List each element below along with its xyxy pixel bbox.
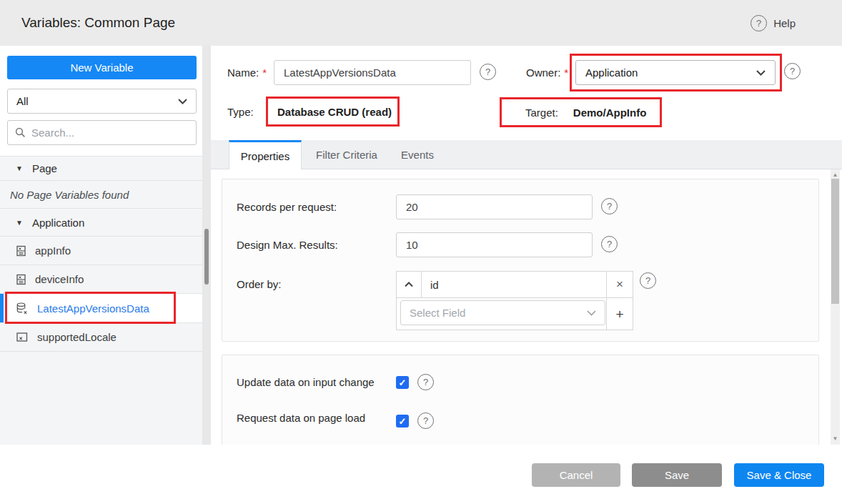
properties-panel: Records per request: ? Design Max. Resul…: [211, 169, 826, 445]
save-button[interactable]: Save: [632, 463, 722, 487]
save-and-close-button[interactable]: Save & Close: [734, 463, 824, 487]
search-icon: [15, 127, 26, 138]
request-data-label: Request data on page load: [237, 405, 365, 430]
sidebar-item-label: LatestAppVersionsData: [37, 302, 149, 315]
database-variable-icon: [16, 302, 28, 315]
order-by-help-icon[interactable]: ?: [640, 272, 656, 289]
design-max-results-input[interactable]: [396, 232, 593, 257]
type-label: Type:: [227, 97, 254, 127]
annotation-type: Database CRUD (read): [266, 97, 400, 127]
target-label: Target:: [525, 107, 558, 119]
select-field-placeholder: Select Field: [410, 307, 465, 319]
owner-help-icon[interactable]: ?: [784, 63, 801, 79]
tab-filter-criteria[interactable]: Filter Criteria: [314, 140, 379, 169]
sidebar-item-label: deviceInfo: [35, 273, 84, 285]
check-icon: ✓: [399, 416, 407, 427]
tab-events[interactable]: Events: [400, 140, 435, 169]
variables-dialog: Variables: Common Page ? Help New Variab…: [0, 0, 842, 504]
check-icon: ✓: [399, 377, 407, 388]
section-label: Page: [32, 162, 57, 174]
owner-label: Owner: *: [526, 60, 568, 85]
sidebar-item-label: appInfo: [35, 244, 71, 257]
design-max-results-label: Design Max. Results:: [237, 232, 338, 257]
update-data-label: Update data on input change: [237, 370, 375, 395]
cancel-button[interactable]: Cancel: [532, 463, 620, 487]
target-value: Demo/AppInfo: [573, 107, 647, 119]
chevron-up-icon: [405, 282, 413, 287]
request-settings-group: Records per request: ? Design Max. Resul…: [222, 179, 819, 342]
chevron-down-icon: [587, 310, 596, 316]
owner-select[interactable]: Application: [575, 60, 776, 85]
required-asterisk: *: [262, 66, 267, 79]
max-results-help-icon[interactable]: ?: [601, 236, 618, 252]
close-icon: ×: [616, 277, 623, 292]
custom-variable-icon: [16, 274, 26, 285]
search-box[interactable]: [7, 120, 197, 145]
records-per-request-input[interactable]: [396, 194, 593, 219]
section-label: Application: [32, 217, 84, 229]
expander-down-icon: ▼: [16, 164, 23, 172]
add-order-field-button[interactable]: +: [606, 298, 633, 330]
owner-select-value: Application: [585, 66, 638, 79]
name-help-icon[interactable]: ?: [480, 64, 496, 80]
update-data-help-icon[interactable]: ?: [417, 374, 434, 390]
remove-order-button[interactable]: ×: [606, 272, 633, 298]
custom-variable-icon: [16, 245, 26, 257]
required-asterisk: *: [564, 66, 568, 79]
name-input[interactable]: [274, 60, 471, 85]
tab-strip: [211, 140, 842, 169]
sidebar-item-supportedlocale[interactable]: supportedLocale: [0, 323, 202, 352]
name-label-text: Name:: [227, 66, 259, 79]
annotation-target: Target: Demo/AppInfo: [500, 97, 662, 127]
sidebar-item-appinfo[interactable]: appInfo: [0, 237, 202, 265]
request-data-help-icon[interactable]: ?: [417, 412, 434, 429]
request-data-checkbox[interactable]: ✓: [396, 415, 409, 428]
name-label: Name: *: [227, 60, 267, 85]
content-scrollbar-thumb[interactable]: [831, 179, 839, 304]
variable-filter-select[interactable]: All: [7, 89, 197, 114]
new-variable-button[interactable]: New Variable: [7, 56, 197, 79]
expander-down-icon: ▼: [16, 219, 23, 227]
order-field-value: id: [422, 272, 606, 298]
chevron-down-icon: [178, 99, 187, 104]
update-data-checkbox[interactable]: ✓: [396, 376, 409, 389]
dialog-header: Variables: Common Page ? Help: [0, 0, 842, 46]
page-title: Variables: Common Page: [21, 0, 175, 46]
records-help-icon[interactable]: ?: [601, 198, 618, 214]
sidebar-item-label: supportedLocale: [37, 331, 117, 343]
search-input[interactable]: [31, 127, 189, 139]
order-by-label: Order by:: [237, 271, 282, 297]
plus-icon: +: [615, 307, 623, 322]
help-button[interactable]: ? Help: [751, 0, 796, 46]
sidebar-scrollbar-thumb[interactable]: [204, 229, 209, 285]
sidebar-section-page[interactable]: ▼ Page: [0, 156, 202, 181]
owner-label-text: Owner:: [526, 66, 560, 79]
selected-indicator-bar: [0, 294, 4, 322]
model-variable-icon: [16, 332, 28, 342]
sort-direction-button[interactable]: [397, 272, 422, 298]
order-by-widget: id × Select Field +: [396, 271, 633, 330]
behavior-settings-group: Update data on input change ✓ ? Request …: [222, 355, 819, 445]
chevron-down-icon: [756, 70, 766, 76]
help-icon: ?: [751, 15, 767, 31]
select-field-dropdown[interactable]: Select Field: [400, 300, 605, 325]
sidebar-item-latestappversionsdata[interactable]: LatestAppVersionsData: [0, 294, 202, 323]
no-page-variables-text: No Page Variables found: [0, 181, 202, 209]
type-value: Database CRUD (read): [277, 106, 392, 118]
scroll-down-icon[interactable]: ▼: [831, 434, 840, 443]
order-by-row: Select Field: [397, 298, 606, 330]
tab-properties[interactable]: Properties: [229, 140, 302, 169]
help-label: Help: [773, 17, 796, 29]
sidebar-section-application[interactable]: ▼ Application: [0, 209, 202, 237]
records-per-request-label: Records per request:: [237, 194, 337, 219]
filter-select-value: All: [16, 95, 29, 107]
sidebar-item-deviceinfo[interactable]: deviceInfo: [0, 265, 202, 294]
